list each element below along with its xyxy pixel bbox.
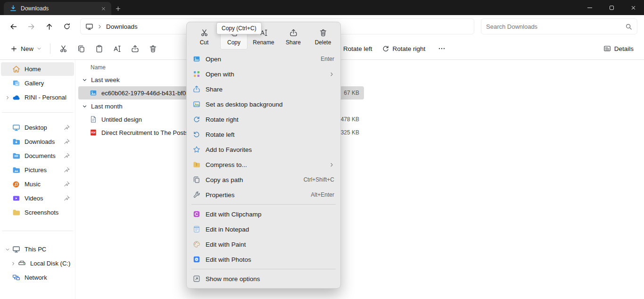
share-button[interactable] [126, 41, 144, 57]
refresh-button[interactable] [58, 18, 75, 35]
menu-item-rotate-right[interactable]: Rotate right [189, 112, 339, 127]
quick-actions-row: Cut Copy Rename Share Delete [189, 24, 339, 51]
search-input[interactable] [486, 23, 621, 30]
sidebar-item-pictures[interactable]: Pictures [1, 163, 74, 177]
minimize-button[interactable] [579, 0, 601, 15]
group-header-last-week[interactable]: Last week [78, 73, 644, 86]
back-button[interactable] [5, 18, 22, 35]
menu-item-label: Open with [206, 71, 234, 78]
wrench-icon [193, 191, 200, 199]
pin-icon [64, 125, 70, 131]
menu-item-rotate-left[interactable]: Rotate left [189, 127, 339, 142]
menu-item-edit-with-paint[interactable]: Edit with Paint [189, 237, 339, 252]
menu-item-edit-with-photos[interactable]: Edit with Photos [189, 252, 339, 267]
menu-item-open[interactable]: Open Enter [189, 51, 339, 66]
cut-button[interactable] [54, 41, 72, 57]
explorer-tab-downloads[interactable]: Downloads [4, 2, 111, 15]
sidebar-item-onedrive[interactable]: RINI - Personal [1, 91, 74, 104]
new-button[interactable]: New [6, 41, 46, 57]
menu-item-label: Edit in Notepad [206, 226, 249, 233]
menu-item-label: Show more options [206, 275, 260, 282]
context-delete-button[interactable]: Delete [309, 25, 337, 50]
sidebar-item-screenshots[interactable]: Screenshots [1, 206, 74, 219]
this-pc-icon [12, 245, 20, 254]
rotate-right-icon [193, 116, 200, 123]
menu-item-label: Rotate left [206, 131, 235, 138]
rename-button[interactable] [108, 41, 126, 57]
search-icon[interactable] [625, 23, 632, 30]
close-button[interactable] [622, 0, 644, 15]
group-header-last-month[interactable]: Last month [78, 100, 644, 113]
folder-icon [12, 208, 20, 217]
rotate-right-button[interactable]: Rotate right [377, 41, 430, 57]
pdf-file-icon [90, 129, 97, 136]
chevron-down-icon [37, 46, 41, 51]
menu-item-add-to-favorites[interactable]: Add to Favorites [189, 142, 339, 157]
menu-separator [191, 204, 336, 205]
chevron-down-icon[interactable] [82, 77, 87, 83]
sidebar-label: Network [25, 274, 47, 281]
sidebar-item-network[interactable]: Network [1, 271, 74, 284]
copy-tooltip: Copy (Ctrl+C) [216, 22, 262, 34]
paste-button[interactable] [90, 41, 108, 57]
menu-shortcut: Alt+Enter [311, 191, 334, 198]
menu-item-compress-to[interactable]: Compress to... [189, 157, 339, 172]
group-label: Last month [91, 103, 123, 110]
sidebar-item-gallery[interactable]: Gallery [1, 76, 74, 90]
maximize-button[interactable] [601, 0, 622, 15]
sidebar-item-local-disk-c[interactable]: Local Disk (C:) [1, 257, 74, 270]
chevron-right-icon[interactable] [9, 261, 17, 266]
sidebar-item-downloads[interactable]: Downloads [1, 135, 74, 149]
sidebar-item-desktop[interactable]: Desktop [1, 121, 74, 134]
share-icon [193, 85, 200, 93]
sidebar-item-documents[interactable]: Documents [1, 149, 74, 163]
chevron-right-icon[interactable] [4, 95, 11, 100]
file-size: 67 KB [344, 90, 359, 96]
image-file-icon [90, 89, 97, 97]
sidebar-item-music[interactable]: Music [1, 177, 74, 191]
documents-folder-icon [12, 152, 20, 160]
sidebar-item-this-pc[interactable]: This PC [1, 242, 74, 256]
quick-action-label: Copy [227, 39, 240, 46]
chevron-down-icon[interactable] [82, 104, 87, 109]
sidebar-label: This PC [25, 246, 46, 253]
menu-item-edit-with-clipchamp[interactable]: Edit with Clipchamp [189, 207, 339, 222]
chevron-down-icon[interactable] [4, 247, 11, 252]
menu-item-open-with[interactable]: Open with [189, 66, 339, 82]
context-cut-button[interactable]: Cut [190, 25, 218, 50]
file-size: 325 KB [341, 129, 359, 136]
sidebar-divider [2, 112, 73, 113]
quick-action-label: Cut [200, 39, 209, 46]
sidebar-item-videos[interactable]: Videos [1, 191, 74, 205]
delete-button[interactable] [144, 41, 162, 57]
sidebar-item-home[interactable]: Home [1, 62, 74, 76]
drive-icon [17, 259, 26, 268]
copy-path-icon [193, 176, 200, 183]
column-header-name[interactable]: Name [78, 62, 644, 73]
menu-item-copy-as-path[interactable]: Copy as path Ctrl+Shift+C [189, 172, 339, 187]
copy-button[interactable] [72, 41, 90, 57]
menu-item-properties[interactable]: Properties Alt+Enter [189, 187, 339, 202]
menu-item-show-more-options[interactable]: Show more options [189, 271, 339, 286]
tab-close-icon[interactable] [99, 4, 107, 13]
menu-item-share[interactable]: Share [189, 82, 339, 97]
details-pane-button[interactable]: Details [599, 41, 638, 57]
wallpaper-icon [193, 100, 200, 108]
pin-icon [64, 195, 70, 201]
breadcrumb-location[interactable]: Downloads [106, 23, 138, 30]
forward-button[interactable] [23, 18, 40, 35]
clipchamp-icon [193, 210, 200, 218]
new-button-label: New [21, 45, 33, 52]
menu-item-label: Share [206, 86, 223, 93]
search-box[interactable] [481, 18, 637, 34]
new-tab-button[interactable] [111, 2, 124, 15]
context-share-button[interactable]: Share [280, 25, 307, 50]
menu-item-edit-in-notepad[interactable]: Edit in Notepad [189, 222, 339, 237]
file-name: Untitled design [101, 116, 142, 123]
navigation-pane: Home Gallery RINI - Personal Desktop [0, 60, 75, 299]
menu-item-set-as-desktop-background[interactable]: Set as desktop background [189, 97, 339, 112]
up-button[interactable] [41, 18, 58, 35]
apps-grid-icon [193, 70, 200, 78]
more-options-button[interactable] [433, 41, 451, 57]
menu-item-label: Add to Favorites [206, 146, 252, 153]
